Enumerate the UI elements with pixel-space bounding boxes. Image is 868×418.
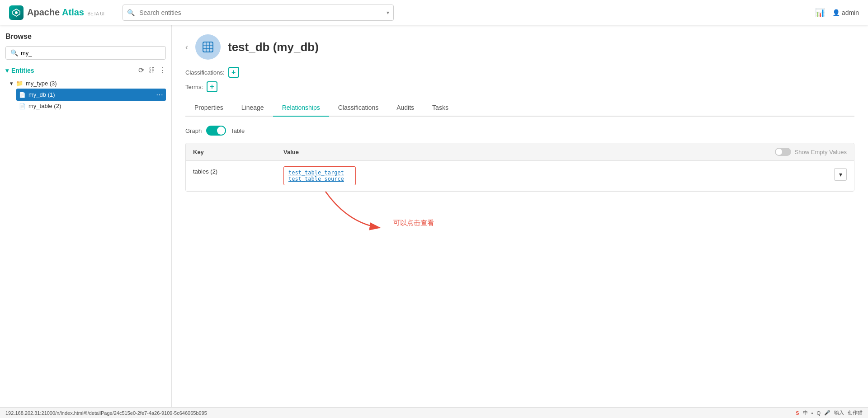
row-key-tables: tables (2): [193, 166, 283, 175]
tree-folder-my-type[interactable]: ▾ 📁 my_type (3): [7, 78, 166, 89]
chart-icon[interactable]: 📊: [815, 8, 825, 18]
folder-expand-icon: ▾: [10, 80, 13, 87]
brand-logo-icon: [9, 5, 24, 20]
tree-children: 📄 my_db (1) ⋯ 📄 my_table (2): [16, 89, 166, 111]
main-content: ‹ test_db (my_db) Classifications: + Ter…: [172, 25, 868, 407]
sidebar-title: Browse: [5, 33, 166, 41]
view-toggle: Graph Table: [185, 126, 854, 136]
sidebar-search-icon: 🔍: [10, 49, 18, 56]
sidebar: Browse 🔍 ▾ Entities ⟳ ⛓ ⋮ ▾ 📁 my_type (3…: [0, 25, 172, 407]
refresh-icon[interactable]: ⟳: [138, 66, 144, 75]
value-link-test-table-source[interactable]: test_table_source: [288, 176, 351, 182]
brand-apache-text: Apache: [27, 7, 60, 17]
navbar: Apache Atlas BETA UI 🔍 ▾ 📊 👤 admin: [0, 0, 868, 25]
show-empty-label: Show Empty Values: [795, 149, 847, 155]
admin-icon: 👤: [832, 9, 840, 16]
section-actions: ⟳ ⛓ ⋮: [138, 66, 166, 75]
table-row: tables (2) test_table_target test_table_…: [186, 161, 854, 191]
entity-title: test_db (my_db): [228, 40, 319, 54]
brand-atlas-text: Atlas: [62, 7, 84, 17]
annotation-area: 可以点击查看: [185, 192, 854, 246]
folder-icon: 📁: [16, 80, 23, 87]
admin-label: admin: [842, 9, 859, 16]
tree-item-more-icon[interactable]: ⋯: [156, 90, 163, 99]
graph-label: Graph: [185, 127, 202, 134]
admin-menu[interactable]: 👤 admin: [832, 9, 859, 16]
col-key-header: Key: [193, 149, 283, 155]
chevron-down-icon-row: ▾: [839, 171, 842, 178]
search-container: 🔍 ▾: [123, 5, 394, 21]
brand-beta-text: BETA UI: [88, 11, 105, 16]
svg-rect-2: [203, 42, 213, 52]
entity-header: ‹ test_db (my_db): [185, 34, 854, 60]
file-icon-my-table: 📄: [19, 103, 26, 109]
tree-item-label-my-db: my_db (1): [28, 91, 153, 98]
sidebar-search-input[interactable]: [21, 50, 161, 56]
expand-row-button[interactable]: ▾: [834, 168, 847, 181]
entity-icon: [195, 34, 221, 60]
classifications-row: Classifications: +: [185, 67, 854, 78]
tab-classifications[interactable]: Classifications: [329, 99, 387, 117]
entities-section-label: Entities: [11, 67, 34, 74]
annotation-text: 可以点击查看: [393, 219, 434, 227]
tree-folder-label: my_type (3): [26, 80, 57, 87]
add-classification-button[interactable]: +: [228, 67, 239, 78]
add-term-button[interactable]: +: [207, 81, 217, 92]
tab-tasks[interactable]: Tasks: [423, 99, 458, 117]
tab-relationships[interactable]: Relationships: [273, 99, 329, 117]
col-value-header: Value: [283, 149, 775, 155]
tab-properties[interactable]: Properties: [185, 99, 232, 117]
more-options-icon[interactable]: ⋮: [159, 66, 166, 75]
tab-audits[interactable]: Audits: [387, 99, 423, 117]
table-label: Table: [231, 127, 245, 134]
show-empty-toggle-area: Show Empty Values: [775, 148, 847, 156]
value-box-tables: test_table_target test_table_source: [283, 166, 356, 185]
table-header: Key Value Show Empty Values: [186, 143, 854, 161]
value-link-test-table-target[interactable]: test_table_target: [288, 169, 351, 176]
entities-section-toggle[interactable]: ▾ Entities: [5, 67, 34, 74]
terms-label: Terms:: [185, 84, 203, 90]
classifications-label: Classifications:: [185, 69, 225, 76]
tree-item-my-db[interactable]: 📄 my_db (1) ⋯: [16, 89, 166, 101]
search-input[interactable]: [123, 5, 394, 21]
svg-point-1: [15, 11, 18, 14]
relationships-table: Key Value Show Empty Values tables (2) t…: [185, 143, 854, 192]
navbar-right: 📊 👤 admin: [815, 8, 859, 18]
entity-tabs: Properties Lineage Relationships Classif…: [185, 99, 854, 117]
chevron-down-icon: ▾: [5, 67, 9, 74]
terms-row: Terms: +: [185, 81, 854, 92]
show-empty-knob: [776, 149, 782, 155]
brand: Apache Atlas BETA UI: [9, 5, 104, 20]
main-layout: Browse 🔍 ▾ Entities ⟳ ⛓ ⋮ ▾ 📁 my_type (3…: [0, 25, 868, 407]
entities-section-header: ▾ Entities ⟳ ⛓ ⋮: [5, 66, 166, 75]
tree-item-my-table[interactable]: 📄 my_table (2): [16, 101, 166, 111]
search-dropdown-icon[interactable]: ▾: [387, 9, 389, 16]
tree-item-label-my-table: my_table (2): [28, 103, 163, 109]
toggle-knob: [217, 127, 225, 135]
back-button[interactable]: ‹: [185, 42, 188, 52]
view-toggle-switch[interactable]: [206, 126, 226, 136]
entity-tree: ▾ 📁 my_type (3) 📄 my_db (1) ⋯ 📄 my_table…: [7, 78, 166, 111]
link-icon[interactable]: ⛓: [148, 66, 155, 75]
sidebar-search-box: 🔍: [5, 46, 166, 60]
row-value-tables: test_table_target test_table_source: [283, 166, 834, 185]
file-icon-my-db: 📄: [19, 92, 26, 98]
search-icon: 🔍: [127, 9, 135, 16]
tab-lineage[interactable]: Lineage: [232, 99, 273, 117]
show-empty-switch[interactable]: [775, 148, 791, 156]
